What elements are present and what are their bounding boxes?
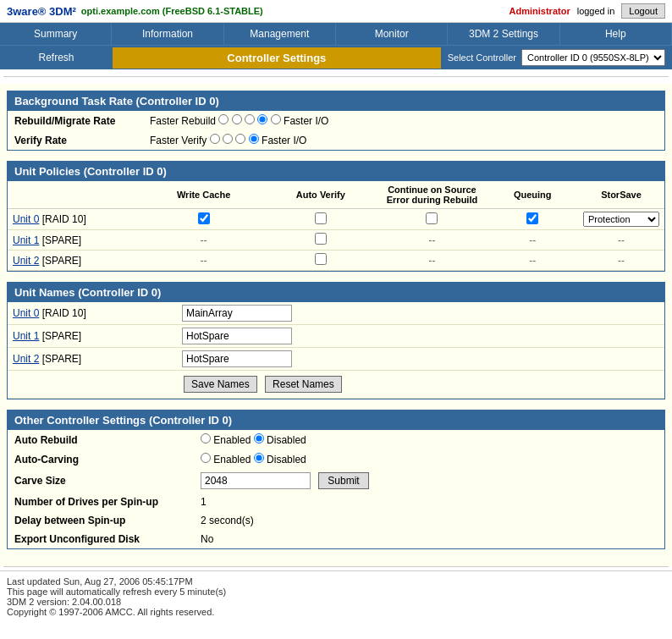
uname1-input-cell — [177, 325, 664, 348]
carve-size-input[interactable] — [201, 472, 311, 489]
unit2-auto-verify — [264, 251, 377, 271]
auto-carving-enabled-radio[interactable] — [201, 453, 211, 463]
col-queuing: Queuing — [487, 181, 578, 209]
unit-names-section: Unit Names (Controller ID 0) Unit 0 [RAI… — [7, 282, 665, 399]
auto-rebuild-disabled-label: Disabled — [267, 434, 306, 446]
verify-radio-3[interactable] — [235, 134, 245, 144]
table-row: Unit 2 [SPARE] -- -- -- -- — [8, 251, 664, 271]
faster-io-label-rebuild: Faster I/O — [284, 115, 328, 127]
auto-rebuild-enabled-radio[interactable] — [201, 433, 211, 443]
delay-row: Delay between Spin-up 2 second(s) — [8, 511, 664, 530]
nav-monitor[interactable]: Monitor — [336, 23, 448, 45]
unit1-storsave: -- — [578, 230, 664, 251]
rebuild-label: Rebuild/Migrate Rate — [8, 111, 143, 130]
uname2-input-cell — [177, 348, 664, 371]
server-url: opti.example.com (FreeBSD 6.1-STABLE) — [81, 6, 263, 16]
unit2-name-input[interactable] — [182, 350, 292, 367]
top-bar: 3ware® 3DM² opti.example.com (FreeBSD 6.… — [0, 0, 672, 23]
verify-radio-2[interactable] — [223, 134, 233, 144]
nav-3dm-settings[interactable]: 3DM 2 Settings — [448, 23, 559, 45]
unit-policies-header: Unit Policies (Controller ID 0) — [8, 162, 664, 181]
rebuild-radio-3[interactable] — [245, 114, 255, 124]
uname2-type: [SPARE] — [42, 353, 81, 365]
unit1-type: [SPARE] — [42, 234, 81, 246]
auto-carving-disabled-radio[interactable] — [254, 453, 264, 463]
logout-button[interactable]: Logout — [621, 3, 665, 19]
auto-rebuild-disabled-radio[interactable] — [254, 433, 264, 443]
unit1-queuing: -- — [487, 230, 578, 251]
uname1-link[interactable]: Unit 1 — [13, 330, 39, 342]
unit0-name-input[interactable] — [182, 305, 292, 322]
auto-carving-disabled-label: Disabled — [267, 454, 306, 465]
select-controller-label: Select Controller — [448, 52, 516, 63]
rebuild-radio-4[interactable] — [257, 114, 267, 124]
uname0-link[interactable]: Unit 0 — [13, 307, 39, 319]
unit0-queuing-cb[interactable] — [526, 212, 538, 224]
unit1-link[interactable]: Unit 1 — [13, 234, 39, 246]
rebuild-radio-1[interactable] — [218, 114, 229, 124]
auto-rebuild-controls: Enabled Disabled — [194, 430, 664, 449]
reset-names-button[interactable]: Reset Names — [265, 376, 342, 393]
unit1-auto-verify-cb[interactable] — [315, 233, 327, 245]
col-auto-verify: Auto Verify — [264, 181, 377, 209]
rebuild-radio-2[interactable] — [232, 114, 242, 124]
verify-controls: Faster Verify Faster I/O — [143, 130, 664, 150]
nav-bar: Summary Information Management Monitor 3… — [0, 23, 672, 45]
nav-information[interactable]: Information — [112, 23, 223, 45]
unit2-storsave: -- — [578, 251, 664, 271]
submit-button[interactable]: Submit — [318, 472, 368, 489]
unit-names-header: Unit Names (Controller ID 0) — [8, 283, 664, 302]
rebuild-radio-5[interactable] — [271, 114, 281, 124]
unit2-queuing: -- — [487, 251, 578, 271]
nav-management[interactable]: Management — [224, 23, 336, 45]
export-row: Export Unconfigured Disk No — [8, 530, 664, 548]
col-unit — [8, 181, 143, 209]
unit0-auto-verify-cb[interactable] — [315, 212, 327, 224]
uname1-type: [SPARE] — [42, 330, 81, 342]
unit2-link[interactable]: Unit 2 — [13, 255, 39, 267]
footer-line3: 3DM 2 version: 2.04.00.018 — [7, 597, 665, 607]
auto-carving-enabled-label: Enabled — [213, 454, 251, 465]
unit0-continue-cb[interactable] — [426, 212, 438, 224]
unit-policies-table: Write Cache Auto Verify Continue on Sour… — [8, 181, 664, 271]
sub-nav: Refresh Controller Settings Select Contr… — [0, 45, 672, 69]
uname0-cell: Unit 0 [RAID 10] — [8, 302, 177, 325]
auth-area: Administrator logged in Logout — [510, 3, 665, 19]
page-title: Controller Settings — [113, 47, 441, 69]
unit0-queuing — [487, 209, 578, 230]
unit0-storsave-select[interactable]: ProtectionBalancedPerformance — [583, 212, 659, 227]
table-row: Unit 0 [RAID 10] — [8, 302, 664, 325]
unit1-cell: Unit 1 [SPARE] — [8, 230, 143, 251]
unit1-name-input[interactable] — [182, 328, 292, 344]
save-names-button[interactable]: Save Names — [184, 376, 257, 393]
footer-line2: This page will automatically refresh eve… — [7, 587, 665, 597]
verify-radio-1[interactable] — [210, 134, 220, 144]
col-continue: Continue on Source Error during Rebuild — [377, 181, 487, 209]
bg-task-table: Rebuild/Migrate Rate Faster Rebuild Fast… — [8, 111, 664, 150]
verify-radio-4[interactable] — [249, 134, 259, 144]
carve-size-controls: Submit — [194, 469, 664, 493]
controller-dropdown[interactable]: Controller ID 0 (9550SX-8LP) — [521, 49, 665, 66]
unit2-cell: Unit 2 [SPARE] — [8, 251, 143, 271]
drives-label: Number of Drives per Spin-up — [8, 493, 194, 511]
nav-summary[interactable]: Summary — [0, 23, 112, 45]
export-label: Export Unconfigured Disk — [8, 530, 194, 548]
table-row: Unit 1 [SPARE] -- -- -- -- — [8, 230, 664, 251]
other-settings-header: Other Controller Settings (Controller ID… — [8, 410, 664, 430]
unit0-write-cache — [143, 209, 264, 230]
nav-help[interactable]: Help — [560, 23, 672, 45]
unit0-link[interactable]: Unit 0 — [13, 213, 39, 225]
drives-value: 1 — [194, 493, 664, 511]
unit1-auto-verify — [264, 230, 377, 251]
unit0-write-cache-cb[interactable] — [198, 212, 210, 224]
auto-rebuild-label: Auto Rebuild — [8, 430, 194, 449]
unit0-continue — [377, 209, 487, 230]
uname2-link[interactable]: Unit 2 — [13, 353, 39, 365]
uname1-cell: Unit 1 [SPARE] — [8, 325, 177, 348]
policies-header-row: Write Cache Auto Verify Continue on Sour… — [8, 181, 664, 209]
unit2-auto-verify-cb[interactable] — [315, 253, 327, 265]
verify-row: Verify Rate Faster Verify Faster I/O — [8, 130, 664, 150]
controller-select-area: Select Controller Controller ID 0 (9550S… — [441, 46, 672, 69]
faster-verify-label: Faster Verify — [150, 135, 207, 146]
refresh-button[interactable]: Refresh — [0, 47, 113, 68]
